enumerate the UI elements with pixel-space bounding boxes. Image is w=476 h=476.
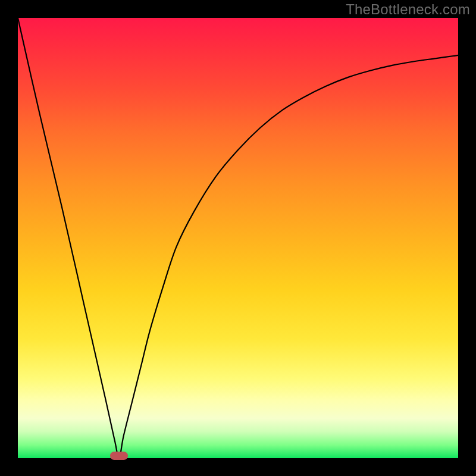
bottleneck-curve bbox=[18, 18, 458, 458]
minimum-marker bbox=[110, 452, 128, 460]
curve-svg bbox=[18, 18, 458, 458]
plot-area bbox=[18, 18, 458, 458]
chart-frame: TheBottleneck.com bbox=[0, 0, 476, 476]
watermark-text: TheBottleneck.com bbox=[346, 1, 470, 18]
